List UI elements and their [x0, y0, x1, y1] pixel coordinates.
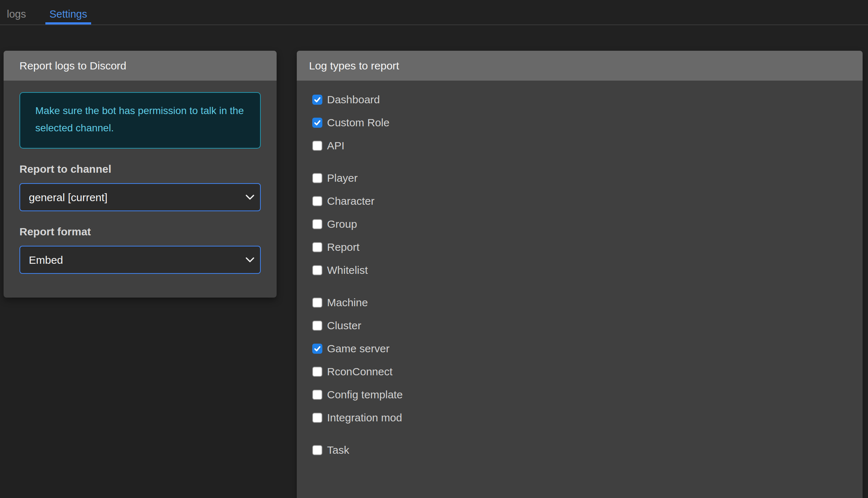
log-type-label: Machine: [327, 296, 368, 309]
report-logs-panel: Report logs to Discord Make sure the bot…: [4, 51, 277, 298]
log-type-checkbox-unchecked[interactable]: [312, 196, 322, 206]
log-type-label: Cluster: [327, 320, 361, 332]
log-type-row: Integration mod: [312, 410, 847, 425]
log-types-panel: Log types to report DashboardCustom Role…: [297, 51, 863, 498]
log-type-label: Dashboard: [327, 94, 380, 106]
log-type-row: Machine: [312, 295, 847, 310]
log-type-checkbox-unchecked[interactable]: [312, 298, 322, 308]
report-channel-label: Report to channel: [19, 163, 261, 175]
log-type-label: Custom Role: [327, 117, 389, 129]
report-channel-select-wrap: general [current]: [19, 183, 261, 211]
log-type-label: Config template: [327, 389, 403, 401]
log-type-row: Player: [312, 171, 847, 186]
report-logs-panel-header: Report logs to Discord: [4, 51, 277, 81]
log-type-checkbox-unchecked[interactable]: [312, 173, 322, 183]
log-type-checkbox-checked[interactable]: [312, 118, 322, 128]
log-type-checkbox-checked[interactable]: [312, 95, 322, 105]
log-type-label: API: [327, 140, 344, 152]
permission-notice-text: Make sure the bot has permission to talk…: [35, 105, 244, 133]
log-type-checkbox-unchecked[interactable]: [312, 413, 322, 423]
tab-bar: logs Settings: [0, 0, 868, 25]
tab-logs[interactable]: logs: [3, 0, 30, 24]
log-type-row: Task: [312, 443, 847, 458]
log-type-label: RconConnect: [327, 366, 393, 378]
log-type-row: Custom Role: [312, 115, 847, 130]
log-type-row: Game server: [312, 341, 847, 356]
log-type-checkbox-unchecked[interactable]: [312, 445, 322, 455]
permission-notice: Make sure the bot has permission to talk…: [19, 92, 261, 149]
log-type-checkbox-unchecked[interactable]: [312, 219, 322, 229]
log-type-label: Character: [327, 195, 375, 207]
log-type-row: Cluster: [312, 318, 847, 333]
log-types-panel-header: Log types to report: [297, 51, 863, 81]
log-type-label: Whitelist: [327, 264, 368, 276]
report-format-select-wrap: Embed: [19, 246, 261, 274]
log-type-label: Player: [327, 172, 358, 184]
log-type-checkbox-unchecked[interactable]: [312, 390, 322, 400]
log-type-label: Task: [327, 444, 349, 456]
report-channel-select[interactable]: general [current]: [19, 183, 261, 211]
report-format-label: Report format: [19, 226, 261, 238]
log-type-row: Config template: [312, 387, 847, 402]
report-logs-panel-title: Report logs to Discord: [19, 60, 126, 72]
tab-settings[interactable]: Settings: [45, 0, 91, 24]
log-type-checkbox-unchecked[interactable]: [312, 321, 322, 331]
log-type-row: Character: [312, 194, 847, 209]
checkmark-icon: [313, 119, 321, 127]
log-type-label: Group: [327, 218, 357, 230]
log-type-row: Report: [312, 240, 847, 255]
checkmark-icon: [313, 345, 321, 353]
log-type-label: Report: [327, 241, 359, 253]
report-logs-panel-body: Make sure the bot has permission to talk…: [4, 92, 277, 274]
log-type-checkbox-unchecked[interactable]: [312, 367, 322, 377]
log-type-checkbox-checked[interactable]: [312, 344, 322, 354]
log-types-list: DashboardCustom RoleAPIPlayerCharacterGr…: [297, 81, 863, 458]
log-type-row: API: [312, 138, 847, 153]
log-type-row: RconConnect: [312, 364, 847, 379]
log-type-row: Whitelist: [312, 263, 847, 278]
log-type-label: Integration mod: [327, 412, 402, 424]
log-type-row: Dashboard: [312, 92, 847, 107]
log-type-checkbox-unchecked[interactable]: [312, 265, 322, 275]
log-type-checkbox-unchecked[interactable]: [312, 242, 322, 252]
checkmark-icon: [313, 96, 321, 104]
log-type-row: Group: [312, 217, 847, 232]
log-type-checkbox-unchecked[interactable]: [312, 141, 322, 151]
log-type-label: Game server: [327, 343, 389, 355]
report-format-select[interactable]: Embed: [19, 246, 261, 274]
log-types-panel-title: Log types to report: [309, 60, 399, 72]
